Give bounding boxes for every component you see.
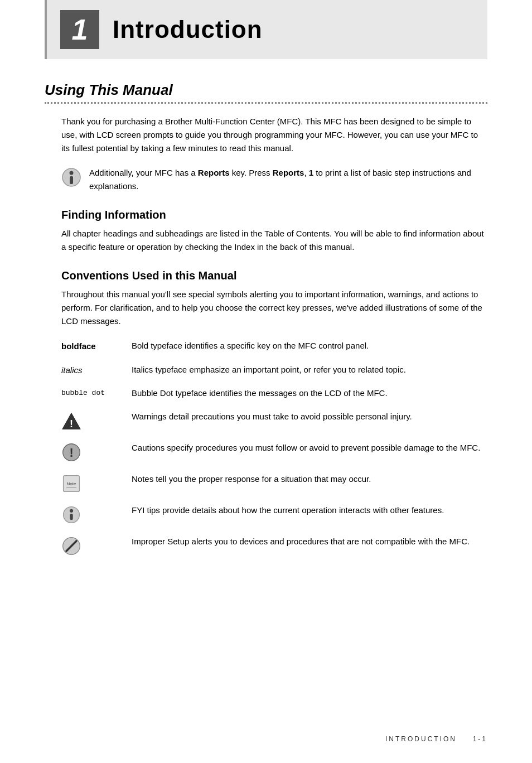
table-row: bubble dot Bubble Dot typeface identifie… [61, 387, 504, 400]
fyi-icon-table [61, 505, 81, 525]
section-finding-info: Finding Information All chapter headings… [45, 209, 487, 254]
table-row: italics Italics typeface emphasize an im… [61, 363, 504, 377]
svg-point-1 [70, 171, 74, 175]
subsection-title-finding: Finding Information [61, 209, 487, 221]
desc-caution: Cautions specify procedures you must fol… [132, 441, 504, 455]
desc-warning: Warnings detail precautions you must tak… [132, 410, 504, 423]
term-boldface: boldface [61, 339, 123, 353]
section-conventions: Conventions Used in this Manual Througho… [45, 269, 487, 556]
svg-text:!: ! [69, 446, 73, 460]
table-row: ! Warnings detail precautions you must t… [61, 410, 504, 431]
desc-note: Notes tell you the proper response for a… [132, 472, 504, 486]
svg-point-12 [70, 509, 73, 513]
desc-fyi: FYI tips provide details about how the c… [132, 504, 504, 517]
page-footer: INTRODUCTION 1-1 [385, 735, 487, 743]
svg-text:!: ! [70, 418, 73, 429]
svg-rect-13 [70, 514, 72, 520]
table-row: FYI tips provide details about how the c… [61, 504, 504, 525]
desc-boldface: Bold typeface identifies a specific key … [132, 339, 504, 352]
icon-cell-caution: ! [61, 441, 123, 462]
conventions-intro: Throughout this manual you'll see specia… [61, 288, 487, 328]
footer-page: 1-1 [473, 735, 487, 743]
table-row: boldface Bold typeface identifies a spec… [61, 339, 504, 353]
note-icon: Note [61, 474, 81, 494]
chapter-number: 1 [60, 10, 99, 49]
term-bubble-dot: bubble dot [61, 387, 123, 399]
svg-rect-2 [70, 176, 73, 184]
conventions-table: boldface Bold typeface identifies a spec… [61, 339, 504, 556]
footer-label: INTRODUCTION [385, 735, 457, 743]
desc-italics: Italics typeface emphasize an important … [132, 363, 504, 376]
icon-cell-improper [61, 535, 123, 556]
table-row: ! Cautions specify procedures you must f… [61, 441, 504, 462]
fyi-note-text: Additionally, your MFC has a Reports key… [89, 166, 487, 193]
table-row: Improper Setup alerts you to devices and… [61, 535, 504, 556]
section-title-using-manual: Using This Manual [45, 81, 487, 99]
fyi-note-block: Additionally, your MFC has a Reports key… [61, 166, 487, 193]
finding-info-body: All chapter headings and subheadings are… [61, 227, 487, 254]
desc-bubble-dot: Bubble Dot typeface identifies the messa… [132, 387, 504, 400]
dotted-divider [45, 102, 487, 104]
subsection-title-conventions: Conventions Used in this Manual [61, 269, 487, 282]
term-italics: italics [61, 363, 123, 377]
svg-text:Note: Note [66, 481, 76, 486]
icon-cell-warning: ! [61, 410, 123, 431]
fyi-icon [61, 167, 81, 187]
warning-icon: ! [61, 411, 81, 431]
chapter-title: Introduction [113, 16, 263, 44]
icon-cell-note: Note [61, 472, 123, 494]
desc-improper: Improper Setup alerts you to devices and… [132, 535, 504, 548]
section-using-manual: Using This Manual Thank you for purchasi… [45, 81, 487, 193]
caution-icon: ! [61, 442, 81, 462]
chapter-header: 1 Introduction [45, 0, 487, 59]
icon-cell-fyi [61, 504, 123, 525]
table-row: Note Notes tell you the proper response … [61, 472, 504, 494]
using-manual-body: Thank you for purchasing a Brother Multi… [61, 115, 487, 155]
improper-setup-icon [61, 536, 81, 556]
